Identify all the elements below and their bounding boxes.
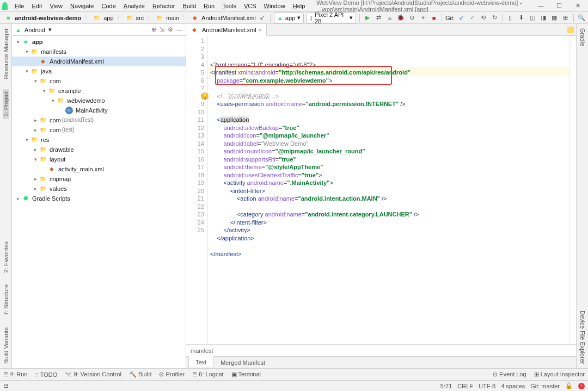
close-icon[interactable]: × <box>259 27 262 33</box>
maximize-button[interactable]: ☐ <box>555 2 563 9</box>
git-commit-button[interactable]: ✓ <box>468 13 476 23</box>
minimize-button[interactable]: — <box>537 2 544 9</box>
project-view-selector[interactable]: Android <box>24 27 45 33</box>
toolbar-button[interactable]: ⊞ <box>561 13 570 23</box>
git-revert-button[interactable]: ↻ <box>490 13 499 23</box>
lock-icon[interactable]: 🔓 <box>565 382 573 389</box>
inspection-indicator-icon[interactable] <box>567 27 574 33</box>
tool-build-variants[interactable]: Build Variants <box>3 325 9 366</box>
tool-device-file-explorer[interactable]: Device File Explorer <box>579 308 586 366</box>
apply-changes-button[interactable]: ⇄ <box>374 13 383 23</box>
scroll-from-source-icon[interactable]: ⊕ <box>151 26 156 33</box>
toolbar-button[interactable]: ▦ <box>550 13 559 23</box>
tree-node[interactable]: ▸📁values <box>12 184 186 194</box>
apply-code-button[interactable]: ≡ <box>385 13 394 23</box>
bottom-tool[interactable]: ⊙ Event Log <box>493 371 526 378</box>
indent-setting[interactable]: 4 spaces <box>501 383 525 389</box>
gear-icon[interactable]: ⚙ <box>168 26 173 33</box>
menu-tools[interactable]: Tools <box>218 2 240 10</box>
file-encoding[interactable]: UTF-8 <box>479 383 495 389</box>
status-message-icon[interactable]: ⊟ <box>3 382 8 389</box>
tree-node[interactable]: ▾■app <box>12 37 186 47</box>
tree-node[interactable]: ▸📁mipmap <box>12 174 186 184</box>
menu-navigate[interactable]: Navigate <box>66 2 97 10</box>
device-selector[interactable]: ▯ Pixel 2 API 28 ▾ <box>306 13 356 23</box>
bottom-tool[interactable]: ≡ TODO <box>35 371 57 378</box>
tree-node[interactable]: ▾📁res <box>12 135 186 145</box>
tool-favorites[interactable]: 2: Favorites <box>3 239 9 275</box>
breadcrumb-item[interactable]: ◆AndroidManifest.xml <box>189 14 258 22</box>
error-indicator-icon[interactable]: ! <box>578 383 585 389</box>
menu-file[interactable]: File <box>11 2 28 10</box>
tree-node[interactable]: ◆activity_main.xml <box>12 164 186 174</box>
run-config-selector[interactable]: ▲ app ▾ <box>274 13 304 23</box>
menu-window[interactable]: Window <box>260 2 289 10</box>
project-tree[interactable]: ▾■app▾📁manifests◆AndroidManifest.xml▾📁ja… <box>12 36 186 368</box>
menu-edit[interactable]: Edit <box>28 2 46 10</box>
menu-help[interactable]: Help <box>289 2 309 10</box>
avd-manager-button[interactable]: ▯ <box>506 13 514 23</box>
menu-vcs[interactable]: VCS <box>240 2 260 10</box>
editor-bottom-tab[interactable]: Merged Manifest <box>213 357 272 369</box>
tool-project[interactable]: 1: Project <box>3 89 9 119</box>
tool-gradle[interactable]: Gradle <box>579 26 586 48</box>
editor-body[interactable]: 1234567891011121314151617181920212223242… <box>186 36 576 344</box>
breadcrumb-item[interactable]: 📁main <box>154 14 181 22</box>
menu-view[interactable]: View <box>46 2 66 10</box>
bottom-tool[interactable]: ⊙ Profiler <box>159 371 185 378</box>
profile-button[interactable]: ⊙ <box>407 13 416 23</box>
line-separator[interactable]: CRLF <box>457 383 473 389</box>
stop-button[interactable]: ■ <box>430 13 438 23</box>
run-button[interactable]: ▶ <box>363 13 372 23</box>
breadcrumb-item[interactable]: ■android-webview-demo <box>2 14 83 22</box>
hide-panel-icon[interactable]: — <box>176 26 182 33</box>
breadcrumb-item[interactable]: 📁app <box>91 14 115 22</box>
tree-node[interactable]: ▾📁manifests <box>12 47 186 57</box>
tool-resource-manager[interactable]: Resource Manager <box>3 26 9 82</box>
code-area[interactable]: <?xml version="1.0" encoding="utf-8"?><m… <box>208 36 569 344</box>
attach-debugger-button[interactable]: ⌖ <box>419 13 427 23</box>
bottom-tool[interactable]: ⊞ Layout Inspector <box>534 371 585 378</box>
bottom-tool[interactable]: ≣ 6: Logcat <box>192 371 223 378</box>
editor-tab[interactable]: ◆ AndroidManifest.xml × <box>186 24 267 36</box>
debug-button[interactable]: 🐞 <box>396 13 405 23</box>
menu-build[interactable]: Build <box>179 2 200 10</box>
tree-node[interactable]: ▾📁com <box>12 76 186 86</box>
menu-analyze[interactable]: Analyze <box>120 2 149 10</box>
sdk-manager-button[interactable]: ⬇ <box>517 13 525 23</box>
line-gutter[interactable]: 1234567891011121314151617181920212223242… <box>186 36 208 344</box>
tree-node[interactable]: CMainActivity <box>12 105 186 115</box>
tree-node[interactable]: ▸📁drawable <box>12 145 186 154</box>
tool-structure[interactable]: 7: Structure <box>3 282 9 318</box>
bottom-tool[interactable]: 🔨 Build <box>129 371 152 378</box>
tree-node[interactable]: ▸📁com (androidTest) <box>12 115 186 125</box>
menu-code[interactable]: Code <box>98 2 120 10</box>
caret-position[interactable]: 5:21 <box>440 383 452 389</box>
search-everywhere-button[interactable]: 🔍 <box>577 13 586 23</box>
tree-node[interactable]: ▾📁webviewdemo <box>12 96 186 105</box>
tree-node[interactable]: ◆AndroidManifest.xml <box>12 57 186 66</box>
toolbar-button[interactable]: ◨ <box>539 13 548 23</box>
git-branch[interactable]: Git: master <box>530 383 560 389</box>
git-update-button[interactable]: ↙ <box>457 13 465 23</box>
close-button[interactable]: ✕ <box>574 2 581 9</box>
sync-icon[interactable]: ↙ <box>258 13 267 23</box>
editor-bottom-tab[interactable]: Text <box>188 356 213 368</box>
tree-node[interactable]: ▾📁layout <box>12 154 186 164</box>
toolbar-button[interactable]: ◫ <box>528 13 537 23</box>
bottom-tool[interactable]: ▣ Terminal <box>231 371 261 378</box>
editor-breadcrumb[interactable]: manifest <box>186 344 576 356</box>
tree-node[interactable]: ▾📁example <box>12 86 186 96</box>
error-stripe[interactable] <box>569 36 576 344</box>
menu-refactor[interactable]: Refactor <box>149 2 179 10</box>
tree-node[interactable]: ▸⬣Gradle Scripts <box>12 194 186 203</box>
menu-run[interactable]: Run <box>200 2 218 10</box>
bottom-tool[interactable]: ⌥ 9: Version Control <box>65 371 121 378</box>
tree-node[interactable]: ▾📁java <box>12 66 186 76</box>
collapse-all-icon[interactable]: ⇲ <box>160 26 164 33</box>
git-history-button[interactable]: ⟲ <box>479 13 488 23</box>
bottom-tool[interactable]: ≣ 4: Run <box>3 371 27 378</box>
warning-bulb-icon[interactable]: 💡 <box>201 92 209 100</box>
tree-node[interactable]: ▸📁com (test) <box>12 125 186 135</box>
breadcrumb-item[interactable]: 📁src <box>124 14 146 22</box>
